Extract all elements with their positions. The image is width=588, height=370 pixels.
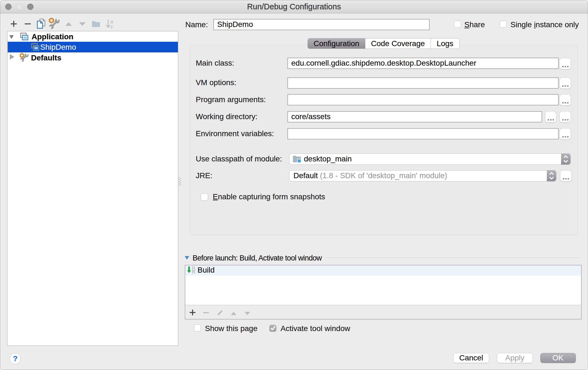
svg-text:z: z [110,24,113,29]
svg-text:01: 01 [192,271,195,274]
